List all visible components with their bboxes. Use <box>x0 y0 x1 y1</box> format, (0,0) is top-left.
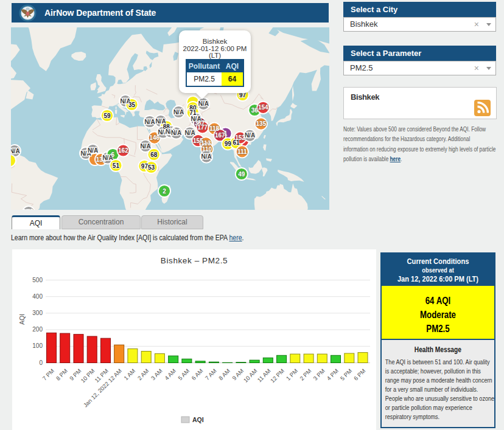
svg-text:68: 68 <box>150 151 158 158</box>
svg-text:10 AM: 10 AM <box>242 367 259 384</box>
svg-text:400: 400 <box>32 293 43 300</box>
svg-text:111: 111 <box>237 148 247 155</box>
svg-text:6: 6 <box>111 151 115 158</box>
svg-text:0: 0 <box>39 359 43 366</box>
svg-text:500: 500 <box>32 277 43 283</box>
svg-text:5 AM: 5 AM <box>177 367 191 381</box>
svg-text:6 PM: 6 PM <box>352 367 367 382</box>
svg-text:N/A: N/A <box>184 130 195 136</box>
svg-text:1 PM: 1 PM <box>285 367 299 382</box>
svg-text:1 AM: 1 AM <box>122 367 136 381</box>
svg-text:N/A: N/A <box>11 148 20 154</box>
svg-text:4 PM: 4 PM <box>325 367 340 382</box>
svg-text:99: 99 <box>225 140 232 147</box>
svg-text:36: 36 <box>251 107 259 114</box>
svg-text:5 PM: 5 PM <box>339 367 354 382</box>
svg-text:59: 59 <box>103 113 111 119</box>
svg-text:2: 2 <box>163 188 166 195</box>
svg-text:N/A: N/A <box>140 143 150 150</box>
svg-text:200: 200 <box>32 326 43 333</box>
svg-text:N/A: N/A <box>245 132 255 139</box>
svg-text:49: 49 <box>238 171 245 178</box>
svg-text:6 AM: 6 AM <box>190 367 204 381</box>
svg-text:10 PM: 10 PM <box>79 367 96 384</box>
svg-text:AQI: AQI <box>192 416 204 423</box>
svg-text:7 AM: 7 AM <box>204 367 218 381</box>
svg-text:N/A: N/A <box>201 153 211 160</box>
svg-text:8 AM: 8 AM <box>217 367 231 381</box>
svg-text:N/A: N/A <box>23 209 33 210</box>
svg-text:152: 152 <box>235 134 245 141</box>
svg-text:110: 110 <box>202 146 212 153</box>
svg-text:167: 167 <box>215 132 225 139</box>
svg-text:162: 162 <box>118 147 128 154</box>
svg-text:N/A: N/A <box>198 100 209 107</box>
svg-text:35: 35 <box>128 102 136 108</box>
svg-text:177: 177 <box>197 124 208 131</box>
svg-text:4 AM: 4 AM <box>163 367 177 381</box>
svg-text:8 PM: 8 PM <box>55 367 69 382</box>
svg-text:7 PM: 7 PM <box>41 367 55 382</box>
svg-text:154: 154 <box>258 104 268 111</box>
svg-text:N/A: N/A <box>88 147 98 154</box>
svg-text:3 AM: 3 AM <box>150 367 164 381</box>
svg-text:71: 71 <box>189 109 197 116</box>
svg-text:2 PM: 2 PM <box>298 367 313 382</box>
svg-text:53: 53 <box>148 164 155 171</box>
svg-text:97: 97 <box>141 163 149 170</box>
svg-text:N/A: N/A <box>171 130 181 136</box>
svg-text:300: 300 <box>32 310 43 316</box>
svg-text:135: 135 <box>256 120 267 127</box>
svg-text:118: 118 <box>209 125 220 132</box>
svg-text:AQI: AQI <box>18 314 26 325</box>
svg-text:100: 100 <box>32 342 43 349</box>
svg-text:N/A: N/A <box>173 109 184 116</box>
svg-text:51: 51 <box>113 162 120 169</box>
svg-text:2 AM: 2 AM <box>136 367 150 381</box>
svg-text:N/A: N/A <box>144 119 155 125</box>
svg-text:12 PM: 12 PM <box>269 367 285 384</box>
svg-text:11 AM: 11 AM <box>256 367 271 383</box>
svg-text:3 PM: 3 PM <box>312 367 326 382</box>
